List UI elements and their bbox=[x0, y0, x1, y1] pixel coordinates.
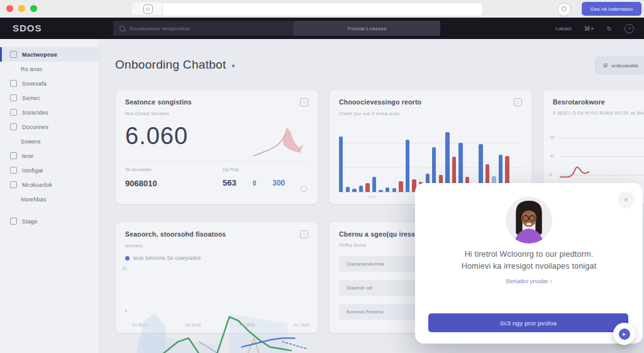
edit-widgets-button[interactable]: ⊞ erdivweobtk bbox=[595, 57, 644, 74]
browser-cta-button[interactable]: Gea nA ivatertadoo bbox=[582, 2, 641, 16]
mini-status-icon bbox=[301, 186, 307, 192]
info-icon[interactable]: i bbox=[300, 98, 308, 106]
navbar-right-group: Lotcact ⌘+ ↻ ? bbox=[555, 18, 634, 39]
y-tick: 34 bbox=[122, 266, 126, 271]
navbar-create-button[interactable]: Troccat Loasses bbox=[293, 21, 440, 36]
sidebar-item-teoe[interactable]: teoe bbox=[0, 148, 99, 163]
kpi-metric-right: Dk Pids 5630300 bbox=[223, 167, 308, 188]
modal-primary-button[interactable]: Sc3 ngy pror pvoloa bbox=[428, 313, 628, 332]
widgets-icon: ⊞ bbox=[603, 62, 608, 69]
sidebar-item-sowere[interactable]: Sowere bbox=[0, 134, 99, 148]
rline-card-subtitle: 9.38321 G Ed W RO BVAW NFOR as Ws M bbox=[553, 110, 644, 116]
bar bbox=[339, 137, 343, 192]
sidebar-item-label: Mcokuerlok bbox=[22, 182, 52, 188]
sidebar-item-stage[interactable]: Stage bbox=[0, 214, 99, 228]
close-window-button[interactable] bbox=[6, 5, 13, 12]
modal-line2: Homievi ka irresigot nvoilapes tonigat bbox=[428, 261, 630, 272]
insights-icon bbox=[10, 167, 17, 174]
search-placeholder: Snodsastosv wndjocirksv bbox=[130, 26, 190, 31]
y-tick: 40 bbox=[550, 154, 554, 158]
rline-chart bbox=[560, 151, 589, 181]
chat-fab-button[interactable]: ▶ bbox=[613, 323, 635, 345]
account-link[interactable]: Lotcact bbox=[555, 26, 572, 31]
modal-link[interactable]: Bertatko ynodar › bbox=[428, 277, 630, 284]
sidebar-item-mcokuerlok[interactable]: Mcokuerlok bbox=[0, 177, 99, 192]
bar bbox=[352, 189, 356, 192]
shortcut-icon[interactable]: ⌘+ bbox=[584, 25, 594, 32]
legend-dot-icon bbox=[125, 256, 130, 261]
divider bbox=[125, 161, 308, 162]
sidebar-item-istofigat[interactable]: Istofigat bbox=[0, 163, 99, 177]
x-tick: Fo 9146 bbox=[186, 323, 201, 327]
kpi-metric-left: Sh tevvarets 9068010 bbox=[125, 167, 157, 188]
info-icon[interactable]: i bbox=[514, 98, 522, 106]
trend-legend: Ieoe tekvome Se oowyrades bbox=[125, 255, 308, 261]
help-icon[interactable]: ? bbox=[625, 24, 634, 33]
sidebar-item-label: Soracides bbox=[22, 109, 48, 116]
sidebar-item-soracides[interactable]: Soracides bbox=[0, 105, 99, 120]
minimize-window-button[interactable] bbox=[18, 5, 25, 12]
sidebar-item-docunnes[interactable]: Docunnes bbox=[0, 120, 99, 134]
x-tick: Fo 7916 bbox=[294, 323, 309, 327]
kpi-secondary-value: 300 bbox=[272, 179, 285, 188]
bar bbox=[346, 187, 350, 192]
sidebar-item-label: Semec bbox=[22, 95, 40, 101]
bar-card-subtitle: Clartir pur vue it orraa auss bbox=[339, 111, 522, 116]
navbar-search-input[interactable]: Snodsastosv wndjocirksv bbox=[113, 21, 293, 36]
segments-icon bbox=[10, 94, 17, 101]
app-logo[interactable]: SDOS bbox=[13, 23, 42, 33]
trend-chart-card: Seaoorch, stoorsohd fisoatoos i teoviers… bbox=[115, 221, 318, 333]
kpi-card: Seatonce songistins i Nvs Oonse Sonsers … bbox=[115, 89, 318, 205]
maximize-window-button[interactable] bbox=[30, 5, 37, 12]
sidebar-item-label: Sovesafa bbox=[22, 81, 47, 87]
sidebar-item-semec[interactable]: Semec bbox=[0, 91, 99, 105]
modal-message: Hi tiretrol Wcloonrg to our piedtorm. Ho… bbox=[428, 249, 630, 284]
bar bbox=[379, 190, 382, 192]
chat-bubble-icon: ▶ bbox=[619, 328, 630, 340]
browser-profile-icon[interactable] bbox=[557, 3, 571, 16]
app-window: O Gea nA ivatertadoo SDOS Snodsastosv wn… bbox=[0, 0, 644, 353]
sidebar-item-label: Ro anac bbox=[21, 66, 43, 72]
trend-card-subtitle: teoviers bbox=[125, 243, 308, 249]
trend-x-axis: Fo 9012Fo 9146Ho 9846Fo 7916 bbox=[132, 323, 309, 327]
metric-label: Sh tevvarets bbox=[125, 167, 157, 172]
address-bar[interactable] bbox=[162, 3, 483, 16]
search-icon bbox=[119, 26, 125, 31]
kpi-sparkline bbox=[253, 123, 306, 160]
assistant-avatar bbox=[506, 197, 552, 244]
bar bbox=[406, 140, 409, 192]
metric-label: Dk Pids bbox=[223, 167, 308, 172]
chevron-down-icon[interactable]: ▾ bbox=[232, 60, 235, 69]
window-controls bbox=[6, 5, 37, 12]
sidebar-item-ro-anac[interactable]: Ro anac bbox=[0, 62, 99, 76]
metric-value: 9068010 bbox=[125, 179, 157, 188]
app-navbar: SDOS Snodsastosv wndjocirksv Troccat Loa… bbox=[0, 18, 644, 39]
sidebar-item-norehbas[interactable]: Norehbas bbox=[0, 192, 99, 206]
reports-icon bbox=[10, 80, 17, 87]
modal-line1: Hi tiretrol Wcloonrg to our piedtorm. bbox=[428, 249, 630, 261]
page-title: Onboording Chatbot bbox=[115, 58, 226, 72]
sidebar-nav-list: MactwoposeRo anacSovesafaSemecSoracidesD… bbox=[0, 47, 99, 228]
trend-chart bbox=[132, 267, 309, 353]
browser-tab[interactable]: O bbox=[132, 3, 164, 15]
kpi-card-subtitle: Nvs Oonse Sonsers bbox=[125, 111, 308, 116]
sidebar-item-label: Istofigat bbox=[22, 167, 43, 174]
close-icon[interactable]: ✕ bbox=[618, 191, 635, 208]
bar bbox=[372, 177, 376, 193]
bar bbox=[392, 188, 396, 192]
legend-label: Ieoe tekvome Se oowyrades bbox=[133, 255, 201, 261]
documents-icon bbox=[10, 123, 17, 130]
workbook-icon bbox=[10, 181, 17, 188]
info-icon[interactable]: i bbox=[300, 230, 308, 238]
sidebar-item-sovesafa[interactable]: Sovesafa bbox=[0, 76, 99, 91]
sidebar-item-mactwopose[interactable]: Mactwopose bbox=[0, 47, 99, 62]
refresh-icon[interactable]: ↻ bbox=[607, 25, 612, 32]
page-header: Onboording Chatbot ▾ bbox=[115, 58, 235, 72]
dashboard-icon bbox=[10, 51, 17, 58]
sources-icon bbox=[10, 109, 17, 116]
browser-chrome: O Gea nA ivatertadoo bbox=[0, 0, 644, 18]
metric-values-row: 5630300 bbox=[223, 178, 308, 188]
bar bbox=[386, 188, 389, 192]
y-tick: 4 bbox=[125, 308, 127, 313]
sidebar-item-label: teoe bbox=[22, 153, 33, 159]
